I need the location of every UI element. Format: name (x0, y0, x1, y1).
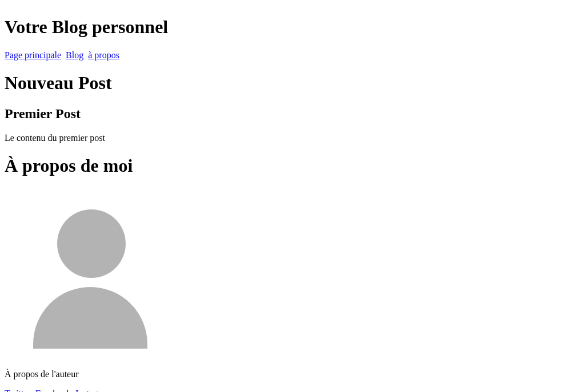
social-links: Twitter Facebook Instagram (5, 389, 580, 392)
main-nav: Page principale Blog à propos (5, 50, 580, 60)
site-title: Votre Blog personnel (5, 17, 580, 38)
post-title: Premier Post (5, 106, 580, 122)
post-content: Le contenu du premier post (5, 133, 580, 143)
about-author-text: À propos de l'auteur (5, 369, 580, 379)
nav-link-home[interactable]: Page principale (5, 50, 61, 60)
nav-link-about[interactable]: à propos (88, 50, 119, 60)
nav-link-blog[interactable]: Blog (66, 50, 83, 60)
author-avatar (5, 189, 580, 360)
about-heading: À propos de moi (5, 155, 580, 176)
social-link-twitter[interactable]: Twitter (5, 389, 31, 392)
social-link-facebook[interactable]: Facebook (35, 389, 71, 392)
avatar-placeholder-icon (5, 189, 176, 360)
social-link-instagram[interactable]: Instagram (75, 389, 112, 392)
posts-section-heading: Nouveau Post (5, 72, 580, 94)
